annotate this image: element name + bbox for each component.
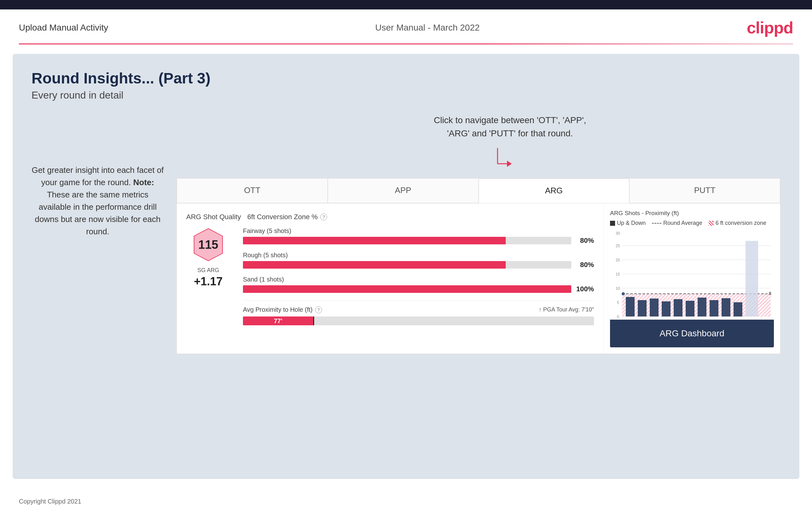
right-content: Click to navigate between 'OTT', 'APP','… bbox=[176, 114, 780, 354]
prox-bar-track: 77' bbox=[243, 317, 594, 325]
legend-hatched bbox=[709, 221, 714, 226]
svg-rect-23 bbox=[626, 297, 635, 317]
legend-up-down: Up & Down bbox=[610, 220, 646, 226]
dashboard-card: OTT APP ARG PUTT ARG Shot Quality 6ft Co… bbox=[176, 178, 780, 354]
left-panel: Get greater insight into each facet of y… bbox=[32, 114, 164, 354]
metrics-left-block: 115 SG ARG +1.17 Fairway (5 shots) bbox=[186, 227, 594, 325]
hex-shape: 115 bbox=[193, 227, 224, 262]
shot-label-sand: Sand (1 shots) bbox=[243, 276, 594, 283]
main-content: Round Insights... (Part 3) Every round i… bbox=[13, 54, 799, 479]
shot-label-fairway: Fairway (5 shots) bbox=[243, 227, 594, 235]
prox-label: Avg Proximity to Hole (ft) ? bbox=[243, 306, 322, 313]
shot-row-fairway: Fairway (5 shots) 80% bbox=[243, 227, 594, 245]
arrow-container bbox=[227, 147, 780, 175]
svg-rect-31 bbox=[721, 298, 730, 317]
tab-arg[interactable]: ARG bbox=[478, 178, 629, 203]
legend-round-avg: Round Average bbox=[652, 220, 702, 226]
svg-marker-2 bbox=[507, 161, 512, 167]
svg-rect-27 bbox=[674, 299, 682, 317]
content-area: Get greater insight into each facet of y… bbox=[32, 114, 780, 354]
shot-label-rough: Rough (5 shots) bbox=[243, 251, 594, 259]
prox-bar-label: 77' bbox=[274, 318, 282, 325]
bar-fill-fairway bbox=[243, 237, 506, 244]
left-metrics: ARG Shot Quality 6ft Conversion Zone % ? bbox=[177, 204, 604, 354]
svg-rect-30 bbox=[710, 300, 718, 317]
legend-square bbox=[610, 221, 615, 226]
header: Upload Manual Activity User Manual - Mar… bbox=[0, 9, 812, 44]
svg-text:25: 25 bbox=[616, 244, 620, 248]
help-icon[interactable]: ? bbox=[320, 214, 327, 220]
shot-row-rough: Rough (5 shots) 80% bbox=[243, 251, 594, 269]
prox-bar-fill: 77' bbox=[243, 317, 313, 325]
manual-label: User Manual - March 2022 bbox=[375, 23, 479, 33]
bar-track-fairway bbox=[243, 237, 571, 244]
arg-dashboard-button[interactable]: ARG Dashboard bbox=[610, 320, 774, 347]
right-chart-panel: ARG Shots - Proximity (ft) Up & Down Rou… bbox=[604, 204, 780, 354]
tab-row: OTT APP ARG PUTT bbox=[177, 178, 780, 204]
section-subtitle: Every round in detail bbox=[32, 90, 780, 101]
shot-row-sand: Sand (1 shots) 100% bbox=[243, 276, 594, 293]
chart-area: 0 5 10 15 20 25 30 bbox=[610, 231, 774, 320]
metrics-header: ARG Shot Quality 6ft Conversion Zone % ? bbox=[186, 213, 594, 221]
legend-6ft: 6 ft conversion zone bbox=[709, 220, 766, 226]
section-title: Round Insights... (Part 3) bbox=[32, 70, 780, 87]
svg-text:30: 30 bbox=[616, 231, 620, 235]
chart-legend: Up & Down Round Average 6 ft conversion … bbox=[610, 220, 774, 226]
legend-dashed bbox=[652, 223, 661, 224]
bar-row-sand: 100% bbox=[243, 285, 594, 293]
chart-title: ARG Shots - Proximity (ft) bbox=[610, 210, 774, 217]
copyright: Copyright Clippd 2021 bbox=[0, 489, 812, 507]
bar-fill-sand bbox=[243, 285, 571, 293]
sg-label: SG ARG bbox=[197, 267, 219, 274]
prox-header: Avg Proximity to Hole (ft) ? ↑ PGA Tour … bbox=[243, 306, 594, 313]
bar-row-rough: 80% bbox=[243, 261, 594, 269]
svg-point-21 bbox=[622, 292, 625, 295]
prox-section: Avg Proximity to Hole (ft) ? ↑ PGA Tour … bbox=[243, 300, 594, 325]
svg-rect-32 bbox=[733, 302, 742, 317]
svg-rect-24 bbox=[638, 300, 647, 317]
svg-rect-26 bbox=[662, 301, 670, 317]
conversion-label: 6ft Conversion Zone % ? bbox=[247, 213, 327, 221]
top-bar bbox=[0, 0, 812, 9]
sg-value: +1.17 bbox=[194, 275, 222, 288]
pga-avg: ↑ PGA Tour Avg: 7'10" bbox=[539, 306, 594, 313]
bar-pct-rough: 80% bbox=[575, 261, 594, 269]
svg-text:15: 15 bbox=[616, 272, 620, 277]
svg-rect-25 bbox=[650, 298, 659, 317]
left-annotation: Get greater insight into each facet of y… bbox=[32, 164, 164, 238]
svg-rect-22 bbox=[746, 241, 758, 317]
card-body: ARG Shot Quality 6ft Conversion Zone % ? bbox=[177, 204, 780, 354]
top-annotation: Click to navigate between 'OTT', 'APP','… bbox=[240, 114, 780, 140]
tab-ott[interactable]: OTT bbox=[177, 178, 328, 203]
bar-fill-rough bbox=[243, 261, 506, 269]
tab-putt[interactable]: PUTT bbox=[629, 178, 780, 203]
svg-text:20: 20 bbox=[616, 258, 620, 262]
svg-text:5: 5 bbox=[617, 300, 619, 305]
svg-rect-29 bbox=[698, 297, 706, 317]
chart-svg: 0 5 10 15 20 25 30 bbox=[610, 231, 774, 320]
shot-bars: Fairway (5 shots) 80% Rou bbox=[237, 227, 594, 325]
bar-pct-sand: 100% bbox=[575, 285, 594, 293]
arrow-icon bbox=[491, 147, 516, 175]
hex-badge-block: 115 SG ARG +1.17 bbox=[186, 227, 230, 288]
svg-text:10: 10 bbox=[616, 286, 620, 291]
prox-help-icon[interactable]: ? bbox=[315, 306, 322, 313]
bar-track-rough bbox=[243, 261, 571, 269]
hex-value: 115 bbox=[198, 238, 218, 251]
bar-pct-fairway: 80% bbox=[575, 236, 594, 245]
upload-label: Upload Manual Activity bbox=[19, 23, 108, 33]
tab-app[interactable]: APP bbox=[328, 178, 478, 203]
svg-text:8: 8 bbox=[769, 291, 771, 296]
shot-quality-label: ARG Shot Quality bbox=[186, 213, 241, 221]
svg-rect-28 bbox=[686, 301, 695, 317]
clippd-logo: clippd bbox=[747, 18, 793, 37]
header-divider bbox=[19, 44, 793, 44]
prox-cursor bbox=[313, 317, 314, 325]
bar-track-sand bbox=[243, 285, 571, 293]
bar-row-fairway: 80% bbox=[243, 236, 594, 245]
svg-text:0: 0 bbox=[617, 315, 619, 319]
